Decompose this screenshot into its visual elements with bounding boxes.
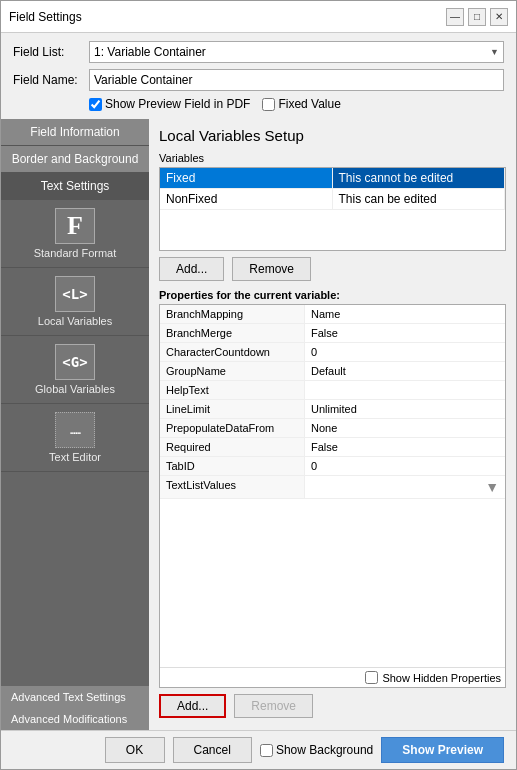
- field-settings-window: Field Settings — □ ✕ Field List: 1: Vari…: [0, 0, 517, 770]
- window-controls: — □ ✕: [446, 8, 508, 26]
- standard-format-icon: F: [55, 208, 95, 244]
- field-list-dropdown[interactable]: 1: Variable Container ▼: [89, 41, 504, 63]
- global-variables-icon: <G>: [55, 344, 95, 380]
- dropdown-arrow-icon: ▼: [490, 47, 499, 57]
- form-area: Field List: 1: Variable Container ▼ Fiel…: [1, 33, 516, 119]
- remove-property-btn[interactable]: Remove: [234, 694, 313, 718]
- show-hidden-row: Show Hidden Properties: [160, 667, 505, 687]
- sidebar-text-settings[interactable]: Text Settings: [1, 173, 149, 200]
- show-hidden-checkbox[interactable]: [365, 671, 378, 684]
- sidebar: Field Information Border and Background …: [1, 119, 149, 730]
- text-editor-icon: ......: [55, 412, 95, 448]
- show-preview-checkbox[interactable]: [89, 98, 102, 111]
- field-name-input[interactable]: [89, 69, 504, 91]
- footer: OK Cancel Show Background Show Preview: [1, 730, 516, 769]
- var-value: This can be edited: [333, 189, 506, 209]
- prop-value: False: [305, 324, 505, 342]
- prop-value: Unlimited: [305, 400, 505, 418]
- var-name: Fixed: [160, 168, 333, 188]
- sidebar-local-variables[interactable]: <L> Local Variables: [1, 268, 149, 336]
- variable-row[interactable]: NonFixedThis can be edited: [160, 189, 505, 210]
- field-name-label: Field Name:: [13, 73, 83, 87]
- minimize-button[interactable]: —: [446, 8, 464, 26]
- main-content: Field Information Border and Background …: [1, 119, 516, 730]
- property-row: CharacterCountdown0: [160, 343, 505, 362]
- field-list-label: Field List:: [13, 45, 83, 59]
- variables-empty-space: [160, 210, 505, 250]
- show-preview-checkbox-item[interactable]: Show Preview Field in PDF: [89, 97, 250, 111]
- ok-button[interactable]: OK: [105, 737, 165, 763]
- text-editor-label: Text Editor: [49, 451, 101, 463]
- prop-value: 0: [305, 457, 505, 475]
- properties-list: BranchMappingNameBranchMergeFalseCharact…: [160, 305, 505, 499]
- prop-value: [305, 381, 505, 399]
- fixed-value-checkbox[interactable]: [262, 98, 275, 111]
- show-background-label: Show Background: [276, 743, 373, 757]
- add-variable-btn[interactable]: Add...: [159, 257, 224, 281]
- checkbox-row: Show Preview Field in PDF Fixed Value: [13, 97, 504, 111]
- add-property-btn[interactable]: Add...: [159, 694, 226, 718]
- prop-value: None: [305, 419, 505, 437]
- window-title: Field Settings: [9, 10, 82, 24]
- prop-name: HelpText: [160, 381, 305, 399]
- property-row: HelpText: [160, 381, 505, 400]
- sidebar-field-information[interactable]: Field Information: [1, 119, 149, 146]
- advanced-text-settings-btn[interactable]: Advanced Text Settings: [1, 686, 149, 708]
- maximize-button[interactable]: □: [468, 8, 486, 26]
- var-value: This cannot be edited: [333, 168, 506, 188]
- prop-name: GroupName: [160, 362, 305, 380]
- prop-name: TextListValues: [160, 476, 305, 498]
- show-preview-label: Show Preview Field in PDF: [105, 97, 250, 111]
- local-variables-icon: <L>: [55, 276, 95, 312]
- standard-format-label: Standard Format: [34, 247, 117, 259]
- props-btn-row: Add... Remove: [159, 694, 506, 718]
- advanced-modifications-btn[interactable]: Advanced Modifications: [1, 708, 149, 730]
- variable-row[interactable]: FixedThis cannot be edited: [160, 168, 505, 189]
- show-preview-button[interactable]: Show Preview: [381, 737, 504, 763]
- var-name: NonFixed: [160, 189, 333, 209]
- remove-variable-btn[interactable]: Remove: [232, 257, 311, 281]
- property-row: TabID0: [160, 457, 505, 476]
- prop-value: Default: [305, 362, 505, 380]
- local-variables-label: Local Variables: [38, 315, 112, 327]
- panel-title: Local Variables Setup: [159, 127, 506, 144]
- global-variables-label: Global Variables: [35, 383, 115, 395]
- prop-name: Required: [160, 438, 305, 456]
- fixed-value-label: Fixed Value: [278, 97, 340, 111]
- sidebar-global-variables[interactable]: <G> Global Variables: [1, 336, 149, 404]
- right-panel: Local Variables Setup Variables FixedThi…: [149, 119, 516, 730]
- property-row: TextListValues▼: [160, 476, 505, 499]
- properties-scroll[interactable]: BranchMappingNameBranchMergeFalseCharact…: [160, 305, 505, 667]
- show-background-item[interactable]: Show Background: [260, 743, 373, 757]
- fixed-value-checkbox-item[interactable]: Fixed Value: [262, 97, 340, 111]
- prop-name: PrepopulateDataFrom: [160, 419, 305, 437]
- field-list-value: 1: Variable Container: [94, 45, 206, 59]
- prop-name: CharacterCountdown: [160, 343, 305, 361]
- prop-value: Name: [305, 305, 505, 323]
- sidebar-border-background[interactable]: Border and Background: [1, 146, 149, 173]
- prop-name: BranchMerge: [160, 324, 305, 342]
- title-bar: Field Settings — □ ✕: [1, 1, 516, 33]
- property-row: LineLimitUnlimited: [160, 400, 505, 419]
- prop-name: LineLimit: [160, 400, 305, 418]
- show-background-checkbox[interactable]: [260, 744, 273, 757]
- prop-name: TabID: [160, 457, 305, 475]
- properties-box: BranchMappingNameBranchMergeFalseCharact…: [159, 304, 506, 688]
- property-row: BranchMergeFalse: [160, 324, 505, 343]
- variables-box: FixedThis cannot be editedNonFixedThis c…: [159, 167, 506, 251]
- properties-label: Properties for the current variable:: [159, 289, 506, 301]
- variables-btn-row: Add... Remove: [159, 257, 506, 281]
- cancel-button[interactable]: Cancel: [173, 737, 252, 763]
- sidebar-standard-format[interactable]: F Standard Format: [1, 200, 149, 268]
- field-list-row: Field List: 1: Variable Container ▼: [13, 41, 504, 63]
- property-row: BranchMappingName: [160, 305, 505, 324]
- property-row: PrepopulateDataFromNone: [160, 419, 505, 438]
- prop-name: BranchMapping: [160, 305, 305, 323]
- sidebar-text-editor[interactable]: ...... Text Editor: [1, 404, 149, 472]
- variables-section-label: Variables: [159, 152, 506, 164]
- show-hidden-label: Show Hidden Properties: [382, 672, 501, 684]
- prop-value: 0: [305, 343, 505, 361]
- property-row: GroupNameDefault: [160, 362, 505, 381]
- close-button[interactable]: ✕: [490, 8, 508, 26]
- prop-value: False: [305, 438, 505, 456]
